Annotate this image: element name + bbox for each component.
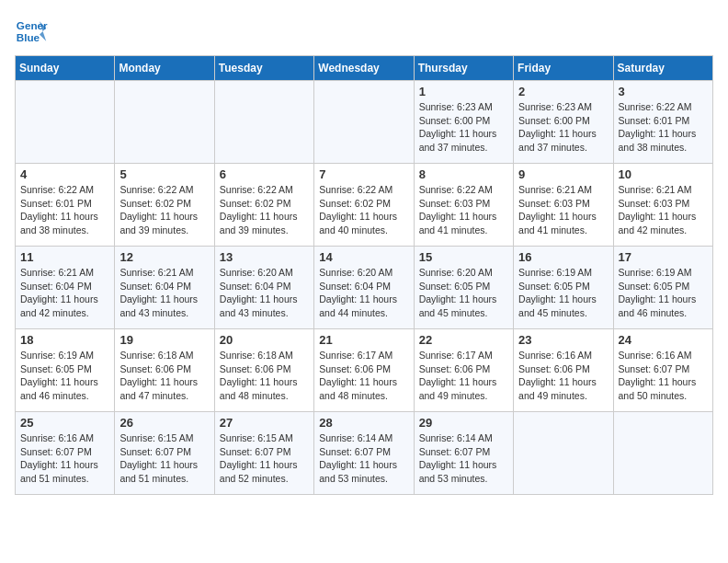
day-number: 10: [619, 167, 708, 181]
day-info: Sunrise: 6:23 AM Sunset: 6:00 PM Dayligh…: [419, 100, 508, 155]
day-info: Sunrise: 6:21 AM Sunset: 6:04 PM Dayligh…: [119, 266, 209, 320]
week-row-1: 4Sunrise: 6:22 AM Sunset: 6:01 PM Daylig…: [16, 164, 713, 247]
day-info: Sunrise: 6:19 AM Sunset: 6:05 PM Dayligh…: [20, 349, 109, 403]
calendar-cell: [314, 81, 414, 164]
day-info: Sunrise: 6:23 AM Sunset: 6:00 PM Dayligh…: [518, 100, 608, 155]
day-info: Sunrise: 6:22 AM Sunset: 6:02 PM Dayligh…: [119, 183, 209, 237]
calendar-cell: 29Sunrise: 6:14 AM Sunset: 6:07 PM Dayli…: [414, 412, 513, 495]
calendar-table: SundayMondayTuesdayWednesdayThursdayFrid…: [15, 55, 713, 495]
day-info: Sunrise: 6:19 AM Sunset: 6:05 PM Dayligh…: [619, 266, 708, 320]
day-info: Sunrise: 6:22 AM Sunset: 6:01 PM Dayligh…: [619, 100, 708, 155]
day-number: 16: [518, 250, 608, 264]
day-number: 22: [419, 333, 508, 347]
calendar-cell: 10Sunrise: 6:21 AM Sunset: 6:03 PM Dayli…: [613, 164, 712, 247]
day-info: Sunrise: 6:17 AM Sunset: 6:06 PM Dayligh…: [319, 349, 408, 403]
day-number: 25: [20, 416, 109, 430]
day-info: Sunrise: 6:16 AM Sunset: 6:07 PM Dayligh…: [619, 349, 708, 403]
day-number: 23: [518, 333, 608, 347]
header-sunday: Sunday: [16, 56, 115, 81]
day-info: Sunrise: 6:20 AM Sunset: 6:04 PM Dayligh…: [220, 266, 309, 320]
day-number: 12: [119, 250, 209, 264]
day-number: 18: [20, 333, 109, 347]
week-row-0: 1Sunrise: 6:23 AM Sunset: 6:00 PM Daylig…: [16, 81, 713, 164]
calendar-cell: 15Sunrise: 6:20 AM Sunset: 6:05 PM Dayli…: [414, 247, 513, 329]
calendar-cell: 24Sunrise: 6:16 AM Sunset: 6:07 PM Dayli…: [613, 329, 712, 412]
day-number: 21: [319, 333, 408, 347]
day-number: 6: [220, 167, 309, 181]
calendar-cell: 8Sunrise: 6:22 AM Sunset: 6:03 PM Daylig…: [414, 164, 513, 247]
calendar-cell: 9Sunrise: 6:21 AM Sunset: 6:03 PM Daylig…: [514, 164, 613, 247]
day-number: 15: [419, 250, 508, 264]
day-info: Sunrise: 6:20 AM Sunset: 6:04 PM Dayligh…: [319, 266, 408, 320]
day-number: 29: [419, 416, 508, 430]
calendar-cell: 2Sunrise: 6:23 AM Sunset: 6:00 PM Daylig…: [514, 81, 613, 164]
day-number: 8: [419, 167, 508, 181]
day-number: 9: [518, 167, 608, 181]
day-number: 2: [518, 85, 608, 98]
calendar-cell: 28Sunrise: 6:14 AM Sunset: 6:07 PM Dayli…: [314, 412, 414, 495]
week-row-2: 11Sunrise: 6:21 AM Sunset: 6:04 PM Dayli…: [16, 247, 713, 329]
day-info: Sunrise: 6:15 AM Sunset: 6:07 PM Dayligh…: [220, 431, 309, 486]
day-info: Sunrise: 6:14 AM Sunset: 6:07 PM Dayligh…: [319, 431, 408, 486]
calendar-cell: 19Sunrise: 6:18 AM Sunset: 6:06 PM Dayli…: [115, 329, 214, 412]
header-wednesday: Wednesday: [314, 56, 414, 81]
calendar-cell: 25Sunrise: 6:16 AM Sunset: 6:07 PM Dayli…: [16, 412, 115, 495]
calendar-cell: 22Sunrise: 6:17 AM Sunset: 6:06 PM Dayli…: [414, 329, 513, 412]
calendar-cell: 21Sunrise: 6:17 AM Sunset: 6:06 PM Dayli…: [314, 329, 414, 412]
page-header: General Blue: [15, 15, 713, 48]
day-info: Sunrise: 6:22 AM Sunset: 6:01 PM Dayligh…: [20, 183, 109, 237]
day-number: 13: [220, 250, 309, 264]
calendar-cell: 14Sunrise: 6:20 AM Sunset: 6:04 PM Dayli…: [314, 247, 414, 329]
day-number: 5: [119, 167, 209, 181]
calendar-cell: [115, 81, 214, 164]
day-number: 14: [319, 250, 408, 264]
day-info: Sunrise: 6:16 AM Sunset: 6:07 PM Dayligh…: [20, 431, 109, 486]
logo-icon: General Blue: [15, 15, 48, 48]
day-info: Sunrise: 6:22 AM Sunset: 6:02 PM Dayligh…: [319, 183, 408, 237]
calendar-cell: 20Sunrise: 6:18 AM Sunset: 6:06 PM Dayli…: [214, 329, 313, 412]
header-monday: Monday: [115, 56, 214, 81]
calendar-cell: 13Sunrise: 6:20 AM Sunset: 6:04 PM Dayli…: [214, 247, 313, 329]
calendar-cell: 1Sunrise: 6:23 AM Sunset: 6:00 PM Daylig…: [414, 81, 513, 164]
calendar-cell: 6Sunrise: 6:22 AM Sunset: 6:02 PM Daylig…: [214, 164, 313, 247]
day-info: Sunrise: 6:21 AM Sunset: 6:03 PM Dayligh…: [518, 183, 608, 237]
day-info: Sunrise: 6:18 AM Sunset: 6:06 PM Dayligh…: [220, 349, 309, 403]
day-info: Sunrise: 6:21 AM Sunset: 6:04 PM Dayligh…: [20, 266, 109, 320]
calendar-cell: 26Sunrise: 6:15 AM Sunset: 6:07 PM Dayli…: [115, 412, 214, 495]
header-thursday: Thursday: [414, 56, 513, 81]
calendar-cell: 27Sunrise: 6:15 AM Sunset: 6:07 PM Dayli…: [214, 412, 313, 495]
day-info: Sunrise: 6:15 AM Sunset: 6:07 PM Dayligh…: [119, 431, 209, 486]
day-info: Sunrise: 6:16 AM Sunset: 6:06 PM Dayligh…: [518, 349, 608, 403]
day-number: 24: [619, 333, 708, 347]
calendar-cell: 23Sunrise: 6:16 AM Sunset: 6:06 PM Dayli…: [514, 329, 613, 412]
day-number: 17: [619, 250, 708, 264]
calendar-cell: 12Sunrise: 6:21 AM Sunset: 6:04 PM Dayli…: [115, 247, 214, 329]
calendar-cell: 7Sunrise: 6:22 AM Sunset: 6:02 PM Daylig…: [314, 164, 414, 247]
day-number: 11: [20, 250, 109, 264]
day-info: Sunrise: 6:18 AM Sunset: 6:06 PM Dayligh…: [119, 349, 209, 403]
day-info: Sunrise: 6:20 AM Sunset: 6:05 PM Dayligh…: [419, 266, 508, 320]
day-info: Sunrise: 6:22 AM Sunset: 6:03 PM Dayligh…: [419, 183, 508, 237]
calendar-cell: 16Sunrise: 6:19 AM Sunset: 6:05 PM Dayli…: [514, 247, 613, 329]
day-number: 7: [319, 167, 408, 181]
logo: General Blue: [15, 15, 53, 48]
day-info: Sunrise: 6:17 AM Sunset: 6:06 PM Dayligh…: [419, 349, 508, 403]
day-info: Sunrise: 6:21 AM Sunset: 6:03 PM Dayligh…: [619, 183, 708, 237]
day-info: Sunrise: 6:22 AM Sunset: 6:02 PM Dayligh…: [220, 183, 309, 237]
header-tuesday: Tuesday: [214, 56, 313, 81]
day-number: 3: [619, 85, 708, 98]
day-number: 20: [220, 333, 309, 347]
day-number: 1: [419, 85, 508, 98]
calendar-cell: 18Sunrise: 6:19 AM Sunset: 6:05 PM Dayli…: [16, 329, 115, 412]
calendar-cell: [514, 412, 613, 495]
day-number: 27: [220, 416, 309, 430]
calendar-cell: 17Sunrise: 6:19 AM Sunset: 6:05 PM Dayli…: [613, 247, 712, 329]
day-number: 28: [319, 416, 408, 430]
calendar-cell: 5Sunrise: 6:22 AM Sunset: 6:02 PM Daylig…: [115, 164, 214, 247]
day-info: Sunrise: 6:19 AM Sunset: 6:05 PM Dayligh…: [518, 266, 608, 320]
header-friday: Friday: [514, 56, 613, 81]
calendar-cell: [16, 81, 115, 164]
calendar-header-row: SundayMondayTuesdayWednesdayThursdayFrid…: [16, 56, 713, 81]
day-number: 26: [119, 416, 209, 430]
svg-text:Blue: Blue: [17, 31, 40, 43]
